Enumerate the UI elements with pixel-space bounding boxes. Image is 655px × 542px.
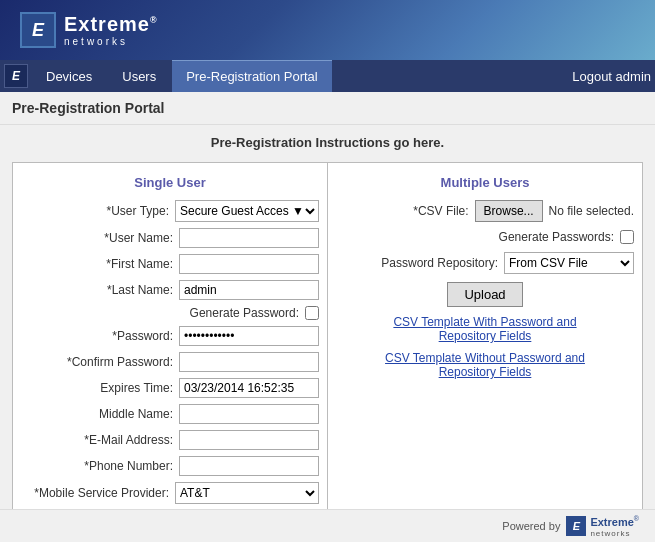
- phone-row: *Phone Number:: [21, 456, 319, 476]
- navbar: E Devices Users Pre-Registration Portal …: [0, 60, 655, 92]
- single-user-title: Single User: [21, 175, 319, 190]
- generate-password-row: Generate Password:: [21, 306, 319, 320]
- powered-by-text: Powered by: [502, 520, 560, 532]
- user-type-label: *User Type:: [49, 204, 169, 218]
- confirm-password-input[interactable]: [179, 352, 319, 372]
- nav-tabs: Devices Users Pre-Registration Portal: [32, 60, 332, 92]
- footer-logo: E Extreme® networks: [566, 514, 639, 538]
- tab-devices[interactable]: Devices: [32, 60, 106, 92]
- password-label: *Password:: [53, 329, 173, 343]
- csv-file-row: *CSV File: Browse... No file selected.: [336, 200, 634, 222]
- footer-logo-text: Extreme® networks: [590, 514, 639, 538]
- multiple-users-title: Multiple Users: [336, 175, 634, 190]
- email-row: *E-Mail Address:: [21, 430, 319, 450]
- first-name-row: *First Name:: [21, 254, 319, 274]
- logo-extreme: Extreme®: [64, 13, 158, 35]
- logo-letter: E: [32, 20, 44, 41]
- user-type-select[interactable]: Secure Guest Acces ▼: [175, 200, 319, 222]
- password-row: *Password:: [21, 326, 319, 346]
- password-repository-row: Password Repository: From CSV File: [336, 252, 634, 274]
- upload-button[interactable]: Upload: [447, 282, 522, 307]
- tab-users[interactable]: Users: [108, 60, 170, 92]
- mobile-provider-row: *Mobile Service Provider: AT&T: [21, 482, 319, 504]
- email-input[interactable]: [179, 430, 319, 450]
- user-name-label: *User Name:: [53, 231, 173, 245]
- logo-text: Extreme® networks: [64, 13, 158, 47]
- mobile-provider-select[interactable]: AT&T: [175, 482, 319, 504]
- expires-time-input[interactable]: [179, 378, 319, 398]
- generate-passwords-row: Generate Passwords:: [336, 230, 634, 244]
- password-repository-select[interactable]: From CSV File: [504, 252, 634, 274]
- nav-logo-icon: E: [4, 64, 28, 88]
- single-user-section: Single User *User Type: Secure Guest Acc…: [13, 163, 328, 542]
- middle-name-row: Middle Name:: [21, 404, 319, 424]
- first-name-input[interactable]: [179, 254, 319, 274]
- logo-icon: E: [20, 12, 56, 48]
- main-content: Pre-Registration Instructions go here. S…: [0, 125, 655, 542]
- csv-link-with-password[interactable]: CSV Template With Password and Repositor…: [375, 315, 595, 343]
- mobile-provider-label: *Mobile Service Provider:: [34, 486, 169, 500]
- middle-name-label: Middle Name:: [53, 407, 173, 421]
- expires-time-row: Expires Time:: [21, 378, 319, 398]
- password-repository-label: Password Repository:: [381, 256, 498, 270]
- generate-passwords-label: Generate Passwords:: [499, 230, 614, 244]
- last-name-row: *Last Name:: [21, 280, 319, 300]
- multiple-users-section: Multiple Users *CSV File: Browse... No f…: [328, 163, 642, 542]
- footer-logo-icon: E: [566, 516, 586, 536]
- logo-networks: networks: [64, 36, 158, 47]
- confirm-password-label: *Confirm Password:: [53, 355, 173, 369]
- generate-passwords-checkbox[interactable]: [620, 230, 634, 244]
- user-name-input[interactable]: [179, 228, 319, 248]
- last-name-input[interactable]: [179, 280, 319, 300]
- middle-name-input[interactable]: [179, 404, 319, 424]
- user-type-row: *User Type: Secure Guest Acces ▼: [21, 200, 319, 222]
- phone-input[interactable]: [179, 456, 319, 476]
- header: E Extreme® networks: [0, 0, 655, 60]
- instructions-text: Pre-Registration Instructions go here.: [12, 135, 643, 150]
- no-file-text: No file selected.: [549, 204, 634, 218]
- user-name-row: *User Name:: [21, 228, 319, 248]
- form-container: Single User *User Type: Secure Guest Acc…: [12, 162, 643, 542]
- footer: Powered by E Extreme® networks: [0, 509, 655, 542]
- expires-time-label: Expires Time:: [53, 381, 173, 395]
- csv-file-label: *CSV File:: [413, 204, 468, 218]
- tab-pre-registration[interactable]: Pre-Registration Portal: [172, 60, 332, 92]
- last-name-label: *Last Name:: [53, 283, 173, 297]
- logo: E Extreme® networks: [20, 12, 158, 48]
- confirm-password-row: *Confirm Password:: [21, 352, 319, 372]
- generate-password-label: Generate Password:: [179, 306, 299, 320]
- first-name-label: *First Name:: [53, 257, 173, 271]
- browse-button[interactable]: Browse...: [475, 200, 543, 222]
- logout-button[interactable]: Logout admin: [572, 69, 651, 84]
- phone-label: *Phone Number:: [53, 459, 173, 473]
- page-title: Pre-Registration Portal: [0, 92, 655, 125]
- email-label: *E-Mail Address:: [53, 433, 173, 447]
- csv-link-without-password[interactable]: CSV Template Without Password and Reposi…: [375, 351, 595, 379]
- password-input[interactable]: [179, 326, 319, 346]
- generate-password-checkbox[interactable]: [305, 306, 319, 320]
